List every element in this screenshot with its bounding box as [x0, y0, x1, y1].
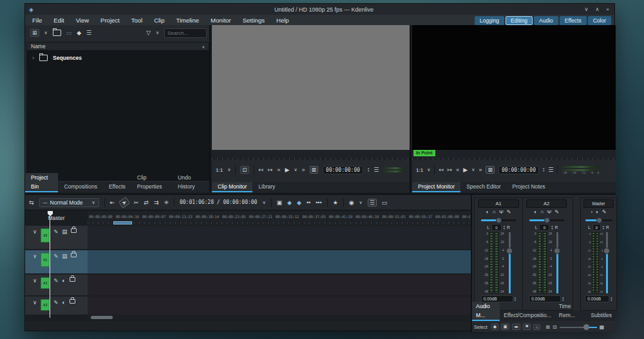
- show-thumbnails-button[interactable]: ▣: [277, 199, 283, 206]
- spin-down-icon[interactable]: ▾: [611, 299, 612, 302]
- balance-spinner[interactable]: ▴▾: [603, 225, 604, 230]
- fit-zoom-button[interactable]: ▦: [600, 324, 605, 330]
- bin-menu-button[interactable]: ☰: [86, 30, 91, 36]
- project-monitor-viewport[interactable]: [412, 25, 616, 150]
- balance-value[interactable]: 0: [592, 224, 601, 231]
- channel-name[interactable]: A1: [478, 199, 520, 208]
- timeline-scrollbar[interactable]: [88, 315, 471, 320]
- tab-project-bin[interactable]: Project Bin: [25, 173, 58, 192]
- volume-fader[interactable]: [553, 232, 561, 293]
- track-header-v2[interactable]: ∨ V2 ✎ ▤: [25, 226, 88, 249]
- video-track-icon[interactable]: ▤: [62, 253, 67, 259]
- collapse-track-icon[interactable]: ∨: [33, 299, 37, 306]
- mute-button[interactable]: ◐: [596, 209, 599, 215]
- spin-down-icon[interactable]: ▾: [603, 228, 604, 230]
- dots-icon[interactable]: ••: [307, 199, 310, 206]
- audio-track-icon[interactable]: ◐: [62, 277, 65, 284]
- volume-spinner[interactable]: ▴▾: [515, 297, 516, 302]
- monitor-mic-button[interactable]: Ψ: [499, 209, 504, 215]
- balance-spinner[interactable]: ▴▾: [551, 225, 553, 230]
- snap-magnet-button[interactable]: ∩: [533, 324, 540, 330]
- lock-track-icon[interactable]: [71, 228, 77, 233]
- track-badge[interactable]: A1: [41, 277, 50, 289]
- menu-item[interactable]: Edit: [48, 17, 70, 24]
- mute-button[interactable]: ◐: [486, 209, 489, 215]
- menu-item[interactable]: File: [26, 17, 48, 24]
- timeline-zone-bar[interactable]: [113, 221, 132, 224]
- rewind-button[interactable]: «: [456, 167, 459, 173]
- timeline-ruler[interactable]: 00:00:00:0000:00:04:1600:00:09:0700:00:1…: [88, 211, 471, 224]
- balance-value[interactable]: 0: [491, 224, 502, 231]
- spin-down-icon[interactable]: ▾: [543, 170, 544, 172]
- menu-item[interactable]: Timeline: [171, 17, 205, 24]
- track-lane-a2[interactable]: [88, 297, 471, 315]
- collapse-track-icon[interactable]: ∨: [33, 277, 37, 284]
- multicam-tool-button[interactable]: ✳: [164, 199, 169, 206]
- mute-button[interactable]: ◐: [534, 209, 537, 215]
- video-track-icon[interactable]: ▤: [62, 228, 67, 235]
- track-lane-a1[interactable]: [88, 275, 471, 295]
- menu-item[interactable]: Tool: [126, 17, 148, 24]
- keyframe-icon[interactable]: ◆: [297, 199, 301, 206]
- tab-subtitles[interactable]: Subtitles: [587, 311, 616, 321]
- zone-toggle-button[interactable]: ⊡: [553, 324, 557, 330]
- insert-zone-button[interactable]: ⊡: [240, 166, 249, 174]
- razor-tool-button[interactable]: ✂: [134, 199, 139, 206]
- solo-button[interactable]: ∩: [492, 209, 496, 215]
- workspace-editing[interactable]: Editing: [506, 16, 533, 25]
- menu-item[interactable]: Clip: [148, 17, 170, 24]
- tab-effects[interactable]: Effects: [103, 182, 131, 192]
- lock-track-icon[interactable]: [71, 253, 77, 257]
- scrollbar-handle[interactable]: [91, 316, 113, 319]
- monitor-timecode[interactable]: 00:00:00:00: [323, 166, 363, 174]
- workspace-color[interactable]: Color: [588, 16, 611, 25]
- add-clip-dropdown[interactable]: ∨: [44, 30, 48, 35]
- volume-spinner[interactable]: ▴▾: [611, 297, 612, 302]
- monitor-menu-button[interactable]: ☰: [548, 167, 553, 173]
- spin-down-icon[interactable]: ▾: [551, 228, 553, 230]
- volume-fader[interactable]: [506, 232, 513, 293]
- workspace-logging[interactable]: Logging: [475, 16, 504, 25]
- tab-clip-monitor[interactable]: Clip Monitor: [212, 182, 252, 192]
- keyframe-icon[interactable]: ◆: [287, 199, 292, 206]
- menu-item[interactable]: Help: [270, 17, 295, 24]
- timeline-zoom-slider[interactable]: [560, 324, 597, 330]
- track-header-a1[interactable]: ∨ A1 ✎ ◐: [25, 275, 88, 295]
- volume-spinner[interactable]: ▴▾: [562, 297, 564, 302]
- rewind-button[interactable]: «: [277, 167, 280, 173]
- slip-tool-button[interactable]: ⇄: [144, 199, 149, 206]
- lock-track-icon[interactable]: [70, 277, 75, 282]
- ripple-tool-button[interactable]: ⇉: [154, 199, 159, 206]
- menu-item[interactable]: Monitor: [205, 17, 237, 24]
- edit-track-icon[interactable]: ✎: [53, 253, 58, 259]
- spin-down-icon[interactable]: ▾: [368, 170, 369, 172]
- channel-name[interactable]: Master: [583, 199, 614, 208]
- spin-down-icon[interactable]: ▾: [515, 299, 516, 302]
- timecode-spinner[interactable]: ▴▾: [368, 167, 369, 172]
- show-mixer-button[interactable]: ☰: [368, 199, 377, 206]
- track-header-v1[interactable]: ∨ V1 ✎ ▤: [25, 250, 88, 273]
- create-folder-button[interactable]: [53, 30, 61, 36]
- zone-mode-button[interactable]: ⊠: [486, 166, 495, 174]
- monitor-zoom-level[interactable]: 1:1: [216, 167, 223, 173]
- track-badge[interactable]: V2: [41, 228, 50, 243]
- collapse-track-icon[interactable]: ∨: [33, 253, 37, 259]
- timecode-dropdown-icon[interactable]: ∨: [262, 200, 265, 205]
- add-clip-button[interactable]: ⊞: [30, 29, 39, 37]
- track-header-a2[interactable]: ∨ A2 ✎ ◐: [25, 297, 88, 315]
- selection-tool-button[interactable]: ➤: [118, 197, 130, 208]
- mix-clips-button[interactable]: ⊞: [545, 324, 550, 330]
- menu-item[interactable]: Settings: [237, 17, 270, 24]
- spin-down-icon[interactable]: ▾: [504, 228, 505, 230]
- menu-item[interactable]: Project: [95, 17, 126, 24]
- lock-track-icon[interactable]: [70, 299, 75, 304]
- volume-value[interactable]: 0.00dB: [585, 295, 609, 302]
- project-monitor-ruler[interactable]: In Point: [412, 150, 616, 160]
- timeline-settings-icon[interactable]: ⇆: [29, 199, 34, 206]
- tab-effect-compositions[interactable]: Effect/Compositio...: [500, 311, 555, 321]
- monitor-mic-button[interactable]: Ψ: [547, 209, 552, 215]
- tag-toggle-button[interactable]: ◆: [491, 324, 498, 330]
- audio-thumbnails-button[interactable]: ◂▸: [512, 324, 520, 330]
- go-to-zone-out-button[interactable]: ↦: [448, 167, 453, 173]
- edit-button[interactable]: ✎: [602, 209, 607, 215]
